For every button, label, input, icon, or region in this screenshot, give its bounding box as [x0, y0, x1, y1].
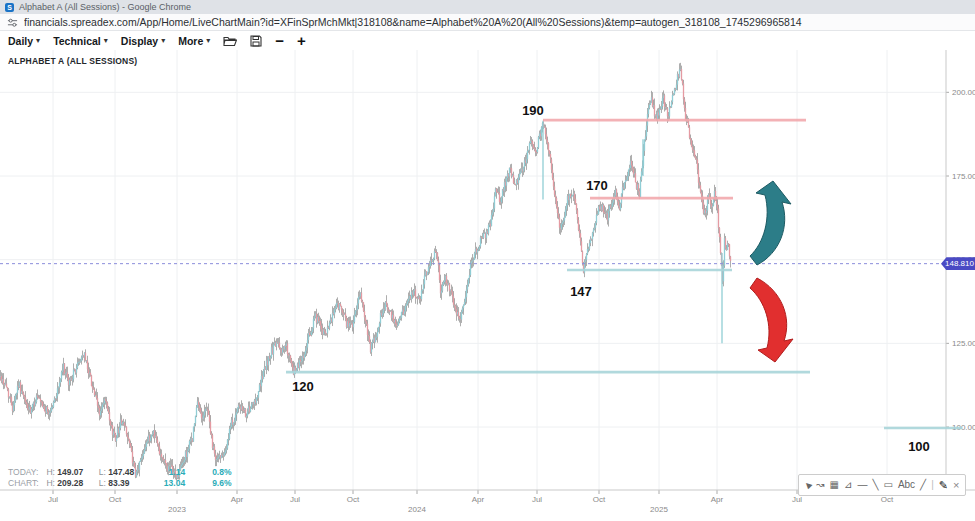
grid-tool-icon[interactable]: ▦: [830, 476, 839, 494]
trendline-tool-icon[interactable]: ╲: [872, 476, 878, 494]
menu-display-label: Display: [121, 35, 158, 47]
svg-text:Oct: Oct: [109, 495, 122, 504]
chart-change-pct: 9.6%: [198, 478, 232, 489]
stats-row-chart: CHART: H: 209.28 L: 83.39 13.04 9.6%: [8, 478, 242, 489]
cursor-tool-icon[interactable]: ▶: [800, 476, 817, 493]
zoom-out-button[interactable]: −: [275, 34, 284, 48]
chart-stats: TODAY: H: 149.07 L: 147.48 1.14 0.8% CHA…: [8, 467, 242, 488]
address-bar[interactable]: financials.spreadex.com/App/Home/LiveCha…: [0, 14, 975, 31]
menu-technical[interactable]: Technical ▾: [53, 35, 108, 47]
svg-text:Jul: Jul: [290, 495, 300, 504]
indicator-tool-icon[interactable]: ⊿: [844, 476, 852, 494]
svg-text:2025: 2025: [650, 505, 668, 514]
menu-more-label: More: [178, 35, 203, 47]
chart-region: 200.00175.00150.00125.00100.00JulOct2023…: [0, 50, 975, 521]
swing-down-arrow: [750, 278, 793, 362]
svg-text:2024: 2024: [408, 505, 426, 514]
svg-text:125.00: 125.00: [952, 339, 975, 348]
chart-low-value: 83.39: [108, 478, 129, 488]
save-chart-button[interactable]: [250, 35, 262, 47]
caret-down-icon: ▾: [206, 36, 210, 45]
close-toolbar-icon[interactable]: ×: [953, 476, 959, 494]
high-label: H:: [46, 467, 55, 477]
low-label: L:: [99, 467, 106, 477]
drawing-toolbar: ▶↝▦⊿—╲▭Abc╱|✎×: [798, 474, 966, 496]
stats-row-today: TODAY: H: 149.07 L: 147.48 1.14 0.8%: [8, 467, 242, 478]
rectangle-tool-icon[interactable]: ▭: [883, 476, 892, 494]
high-label: H:: [46, 478, 55, 488]
svg-text:Jul: Jul: [532, 495, 542, 504]
horizontal-line-tool-icon[interactable]: —: [857, 476, 867, 494]
svg-text:100: 100: [908, 439, 930, 454]
pencil-tool-icon[interactable]: ✎: [939, 476, 948, 494]
polyline-tool-icon[interactable]: ↝: [816, 476, 824, 494]
svg-text:190: 190: [522, 103, 544, 118]
current-price-tag: 148.810: [941, 257, 975, 270]
svg-text:2023: 2023: [168, 505, 186, 514]
today-change-value: 1.14: [151, 467, 185, 478]
caret-down-icon: ▾: [36, 36, 40, 45]
save-icon: [250, 35, 262, 47]
stats-today-label: TODAY:: [8, 467, 44, 478]
separator: |: [931, 476, 934, 494]
open-folder-icon: [223, 35, 237, 47]
svg-text:175.00: 175.00: [952, 172, 975, 181]
menu-daily-label: Daily: [8, 35, 33, 47]
svg-text:Apr: Apr: [472, 495, 485, 504]
chart-change-value: 13.04: [151, 478, 185, 489]
open-chart-button[interactable]: [223, 35, 237, 47]
svg-text:147: 147: [570, 284, 592, 299]
chart-high-value: 209.28: [57, 478, 83, 488]
svg-text:Apr: Apr: [711, 495, 724, 504]
chart-canvas[interactable]: 200.00175.00150.00125.00100.00JulOct2023…: [0, 50, 975, 521]
svg-text:120: 120: [292, 379, 314, 394]
caret-down-icon: ▾: [161, 36, 165, 45]
zoom-in-button[interactable]: +: [297, 34, 306, 48]
site-settings-icon[interactable]: [7, 17, 18, 28]
svg-text:Jul: Jul: [792, 495, 802, 504]
menu-technical-label: Technical: [53, 35, 101, 47]
svg-text:200.00: 200.00: [952, 88, 975, 97]
svg-text:Jul: Jul: [48, 495, 58, 504]
menu-display[interactable]: Display ▾: [121, 35, 165, 47]
svg-text:Oct: Oct: [347, 495, 360, 504]
stats-chart-label: CHART:: [8, 478, 44, 489]
text-tool-icon[interactable]: Abc: [898, 476, 915, 494]
today-low-value: 147.48: [108, 467, 134, 477]
menu-daily[interactable]: Daily ▾: [8, 35, 40, 47]
menu-more[interactable]: More ▾: [178, 35, 210, 47]
caret-down-icon: ▾: [104, 36, 108, 45]
svg-text:Apr: Apr: [231, 495, 244, 504]
spreadex-favicon: S: [5, 3, 14, 12]
today-high-value: 149.07: [57, 467, 83, 477]
chart-toolbar: Daily ▾ Technical ▾ Display ▾ More ▾ − +: [0, 31, 975, 50]
window-titlebar: S Alphabet A (All Sessions) - Google Chr…: [0, 0, 975, 14]
today-change-pct: 0.8%: [198, 467, 232, 478]
url-text[interactable]: financials.spreadex.com/App/Home/LiveCha…: [24, 16, 802, 28]
svg-text:Oct: Oct: [593, 495, 606, 504]
ray-tool-icon[interactable]: ╱: [920, 476, 926, 494]
swing-up-arrow: [750, 181, 791, 265]
svg-text:Oct: Oct: [881, 495, 894, 504]
low-label: L:: [99, 478, 106, 488]
svg-text:170: 170: [586, 178, 608, 193]
symbol-label: ALPHABET A (ALL SESSIONS): [8, 56, 137, 66]
window-title: Alphabet A (All Sessions) - Google Chrom…: [19, 2, 191, 12]
